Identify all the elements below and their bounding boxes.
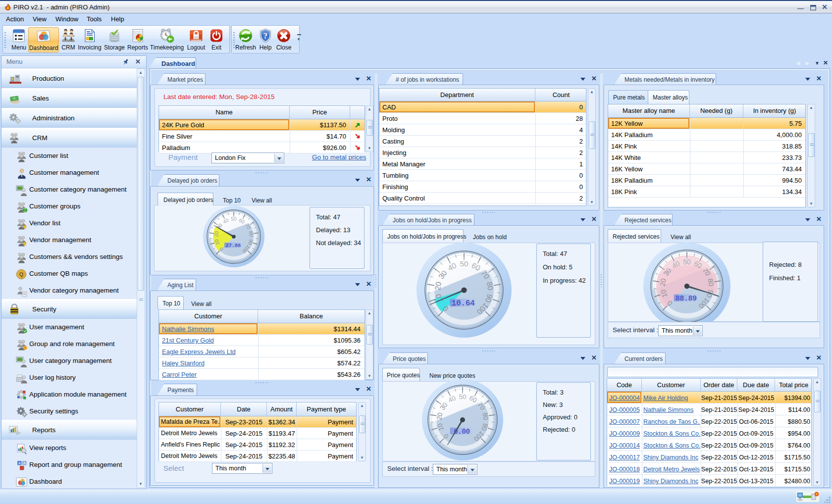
svg-text:20: 20 [433, 281, 443, 291]
svg-text:80: 80 [481, 412, 490, 420]
svg-text:A: A [18, 461, 21, 465]
svg-text:Q: Q [19, 271, 24, 277]
svg-text:A: A [23, 461, 26, 465]
svg-text:80: 80 [485, 281, 495, 291]
svg-text:80: 80 [248, 231, 255, 237]
svg-text:80: 80 [706, 278, 715, 287]
svg-text:10.64: 10.64 [451, 299, 475, 308]
svg-text:27.66: 27.66 [225, 243, 241, 249]
svg-text:20: 20 [658, 278, 667, 287]
svg-text:?: ? [263, 32, 267, 40]
svg-text:20: 20 [435, 412, 444, 420]
svg-text:88.89: 88.89 [676, 294, 697, 303]
svg-text:20: 20 [213, 231, 220, 237]
